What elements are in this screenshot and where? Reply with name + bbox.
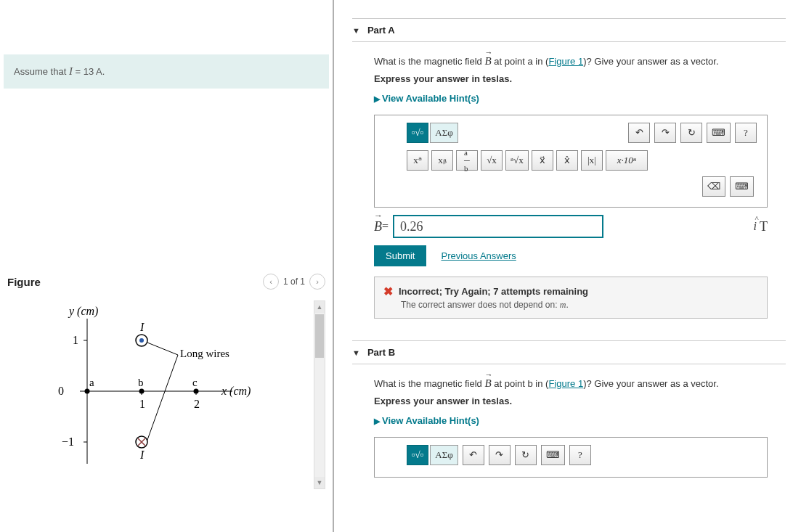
unit-tesla: T bbox=[760, 219, 768, 234]
svg-line-14 bbox=[147, 343, 178, 355]
feedback-subtext: The correct answer does not depend on: m… bbox=[401, 300, 758, 311]
keyboard-button[interactable]: ⌨ bbox=[707, 123, 731, 143]
figure-title: Figure bbox=[7, 276, 41, 288]
sci-notation-button[interactable]: x·10ⁿ bbox=[606, 150, 648, 171]
part-b-hints-toggle[interactable]: View Available Hint(s) bbox=[374, 415, 786, 426]
answer-label: B = bbox=[374, 219, 389, 234]
y-tick-1: 1 bbox=[73, 334, 78, 346]
hat-button[interactable]: x̂ bbox=[556, 150, 578, 171]
subscript-button[interactable]: xᵦ bbox=[431, 150, 453, 171]
help-button[interactable]: ? bbox=[569, 445, 591, 465]
assume-prefix: Assume that bbox=[14, 66, 69, 77]
assume-suffix: = 13 A. bbox=[73, 66, 105, 77]
figure-pager: ‹ 1 of 1 › bbox=[263, 274, 325, 290]
figure-link-b[interactable]: Figure 1 bbox=[548, 378, 583, 389]
pager-next-button[interactable]: › bbox=[309, 274, 325, 290]
svg-point-6 bbox=[85, 389, 90, 394]
svg-line-15 bbox=[147, 355, 178, 440]
keyboard-button[interactable]: ⌨ bbox=[541, 445, 565, 465]
scroll-down-icon[interactable]: ▼ bbox=[314, 477, 325, 488]
toolbar-row1-b: ▫√▫ ΑΣφ ↶ ↷ ↻ ⌨ ? bbox=[407, 445, 757, 465]
answer-input[interactable] bbox=[393, 215, 603, 238]
part-b-instruction: Express your answer in teslas. bbox=[374, 396, 786, 406]
reset-button[interactable]: ↻ bbox=[515, 445, 537, 465]
answer-editor-a: ▫√▫ ΑΣφ ↶ ↷ ↻ ⌨ ? xᵃ xᵦ a─b √x ⁿ√x x⃗ bbox=[374, 115, 768, 208]
previous-answers-link[interactable]: Previous Answers bbox=[441, 250, 516, 261]
point-b-label: b bbox=[138, 377, 144, 388]
part-a-instruction: Express your answer in teslas. bbox=[374, 73, 786, 84]
part-a-header[interactable]: ▼ Part A bbox=[352, 18, 786, 42]
point-a-label: a bbox=[89, 377, 94, 388]
pager-prev-button[interactable]: ‹ bbox=[263, 274, 279, 290]
collapse-icon: ▼ bbox=[352, 26, 360, 35]
svg-point-10 bbox=[139, 338, 144, 343]
part-a-hints-toggle[interactable]: View Available Hint(s) bbox=[374, 93, 786, 104]
answer-var-B: B bbox=[374, 219, 382, 234]
undo-button[interactable]: ↶ bbox=[463, 445, 484, 465]
x-tick-1: 1 bbox=[139, 398, 145, 410]
scroll-thumb[interactable] bbox=[315, 314, 324, 358]
toolbar-row2: xᵃ xᵦ a─b √x ⁿ√x x⃗ x̂ |x| x·10ⁿ bbox=[407, 150, 757, 171]
redo-button[interactable]: ↷ bbox=[489, 445, 511, 465]
answer-unit: i T bbox=[754, 219, 768, 234]
prompt-mid: at point a in ( bbox=[492, 56, 549, 67]
x-tick-2: 2 bbox=[194, 398, 200, 410]
y-tick-neg1: −1 bbox=[62, 435, 74, 448]
template-button[interactable]: ▫√▫ bbox=[407, 123, 428, 143]
assumption-box: Assume that I = 13 A. bbox=[4, 54, 329, 89]
current-top-label: I bbox=[139, 321, 145, 333]
part-a-title: Part A bbox=[367, 25, 395, 36]
figure-header: Figure ‹ 1 of 1 › bbox=[0, 274, 333, 290]
part-b: ▼ Part B What is the magnetic field B at… bbox=[352, 340, 786, 478]
undo-button[interactable]: ↶ bbox=[628, 123, 650, 143]
feedback-title: Incorrect; Try Again; 7 attempts remaini… bbox=[399, 286, 588, 297]
unit-ihat: i bbox=[754, 220, 757, 233]
x-axis-label: x (cm) bbox=[221, 385, 251, 398]
sqrt-button[interactable]: √x bbox=[481, 150, 503, 171]
fraction-button[interactable]: a─b bbox=[456, 150, 478, 171]
current-bot-label: I bbox=[139, 449, 145, 461]
answer-row-a: B = i T bbox=[374, 215, 768, 238]
part-b-prompt: What is the magnetic field B at point b … bbox=[374, 377, 786, 390]
toolbar-row1: ▫√▫ ΑΣφ ↶ ↷ ↻ ⌨ ? bbox=[407, 123, 757, 143]
collapse-icon: ▼ bbox=[352, 348, 360, 357]
svg-point-8 bbox=[194, 389, 199, 394]
redo-button[interactable]: ↷ bbox=[654, 123, 676, 143]
greek-button[interactable]: ΑΣφ bbox=[430, 123, 458, 143]
vector-button[interactable]: x⃗ bbox=[532, 150, 553, 171]
answer-editor-b: ▫√▫ ΑΣφ ↶ ↷ ↻ ⌨ ? bbox=[374, 437, 768, 478]
superscript-button[interactable]: xᵃ bbox=[407, 150, 428, 171]
right-panel: ▼ Part A What is the magnetic field B at… bbox=[334, 0, 793, 532]
figure-link[interactable]: Figure 1 bbox=[548, 56, 583, 67]
scroll-up-icon[interactable]: ▲ bbox=[314, 301, 325, 313]
reset-button[interactable]: ↻ bbox=[680, 123, 702, 143]
prompt-pre: What is the magnetic field bbox=[374, 56, 484, 67]
left-panel: Assume that I = 13 A. Figure ‹ 1 of 1 › … bbox=[0, 0, 334, 532]
figure-scrollbar[interactable]: ▲ ▼ bbox=[314, 300, 325, 489]
template-button[interactable]: ▫√▫ bbox=[407, 445, 428, 465]
part-a: ▼ Part A What is the magnetic field B at… bbox=[352, 18, 786, 319]
part-b-title: Part B bbox=[367, 347, 395, 358]
pager-text: 1 of 1 bbox=[283, 277, 305, 287]
submit-row: Submit Previous Answers bbox=[374, 245, 786, 266]
feedback-box: ✖ Incorrect; Try Again; 7 attempts remai… bbox=[374, 277, 768, 319]
prompt-post: )? Give your answer as a vector. bbox=[583, 56, 718, 67]
y-axis-label: y (cm) bbox=[68, 305, 98, 318]
nth-root-button[interactable]: ⁿ√x bbox=[505, 150, 529, 171]
part-a-prompt: What is the magnetic field B at point a … bbox=[374, 55, 786, 67]
long-wires-label: Long wires bbox=[180, 348, 229, 359]
figure-body: y (cm) 1 0 −1 1 2 x (cm) a bbox=[0, 300, 333, 489]
part-b-header[interactable]: ▼ Part B bbox=[352, 340, 786, 364]
answer-equals: = bbox=[382, 220, 389, 233]
keypad-button[interactable]: ⌨ bbox=[730, 176, 754, 197]
point-c-label: c bbox=[192, 377, 198, 388]
greek-button[interactable]: ΑΣφ bbox=[430, 445, 458, 465]
incorrect-icon: ✖ bbox=[383, 285, 393, 298]
help-button[interactable]: ? bbox=[735, 123, 757, 143]
submit-button[interactable]: Submit bbox=[374, 245, 426, 266]
y-tick-0: 0 bbox=[58, 385, 64, 397]
abs-button[interactable]: |x| bbox=[581, 150, 603, 171]
prompt-vector-B: B bbox=[484, 55, 491, 67]
backspace-button[interactable]: ⌫ bbox=[702, 176, 725, 197]
prompt-vector-B: B bbox=[484, 377, 491, 390]
